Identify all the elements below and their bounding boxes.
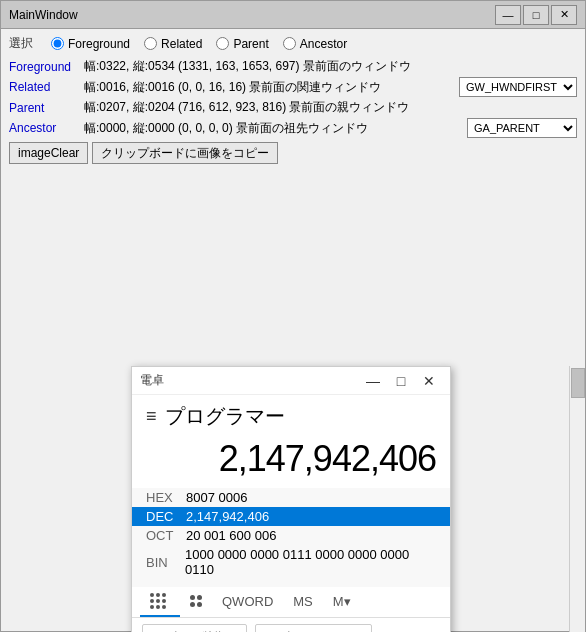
info-row-parent: Parent 幅:0207, 縦:0204 (716, 612, 923, 81… <box>9 99 577 116</box>
info-row-ancestor: Ancestor 幅:0000, 縦:0000 (0, 0, 0, 0) 景前面… <box>9 118 577 138</box>
radio-related-input[interactable] <box>144 37 157 50</box>
radio-foreground-input[interactable] <box>51 37 64 50</box>
info-label-ancestor: Ancestor <box>9 121 84 135</box>
format-hex-value: 8007 0006 <box>186 490 247 505</box>
format-hex-label: HEX <box>146 490 186 505</box>
radio-parent-label: Parent <box>233 37 268 51</box>
bit-unit-button[interactable]: ⊕ ビット単位 ∨ <box>142 624 247 632</box>
hamburger-icon[interactable]: ≡ <box>146 406 157 427</box>
calc-title: 電卓 <box>140 372 360 389</box>
format-oct-label: OCT <box>146 528 186 543</box>
info-label-related: Related <box>9 80 84 94</box>
calc-display: 2,147,942,406 <box>132 434 450 488</box>
radio-ancestor[interactable]: Ancestor <box>283 37 347 51</box>
main-content: 選択 Foreground Related Parent Ancestor Fo… <box>1 29 585 176</box>
bit-shift-button[interactable]: ✳ ビットシフト ∨ <box>255 624 372 632</box>
tab-ms[interactable]: MS <box>283 588 323 617</box>
calc-title-controls: — □ ✕ <box>360 371 442 391</box>
action-buttons: imageClear クリップボードに画像をコピー <box>9 142 577 164</box>
copy-image-button[interactable]: クリップボードに画像をコピー <box>92 142 278 164</box>
calculator-window: 電卓 — □ ✕ ≡ プログラマー 2,147,942,406 HEX <box>131 366 451 632</box>
window-title: MainWindow <box>9 8 495 22</box>
selection-label: 選択 <box>9 35 33 52</box>
minimize-button[interactable]: — <box>495 5 521 25</box>
related-dropdown[interactable]: GW_HWNDFIRST <box>459 77 577 97</box>
calc-minimize-button[interactable]: — <box>360 371 386 391</box>
tab-qword[interactable]: QWORD <box>212 588 283 617</box>
main-window: MainWindow — □ ✕ 選択 Foreground Related P… <box>0 0 586 632</box>
radio-ancestor-label: Ancestor <box>300 37 347 51</box>
title-bar: MainWindow — □ ✕ <box>1 1 585 29</box>
ancestor-dropdown[interactable]: GA_PARENT <box>467 118 577 138</box>
image-clear-button[interactable]: imageClear <box>9 142 88 164</box>
tab-grid[interactable] <box>140 587 180 617</box>
radio-foreground[interactable]: Foreground <box>51 37 130 51</box>
radio-group: 選択 Foreground Related Parent Ancestor <box>9 35 577 52</box>
radio-parent[interactable]: Parent <box>216 37 268 51</box>
tab-grid2[interactable] <box>180 589 212 615</box>
calc-maximize-button[interactable]: □ <box>388 371 414 391</box>
tab-m[interactable]: M▾ <box>323 588 361 617</box>
calc-formats: HEX 8007 0006 DEC 2,147,942,406 OCT 20 0… <box>132 488 450 587</box>
calc-toolbar: ⊕ ビット単位 ∨ ✳ ビットシフト ∨ <box>132 618 450 632</box>
calc-mode-title: プログラマー <box>165 403 285 430</box>
format-oct-value: 20 001 600 006 <box>186 528 276 543</box>
info-value-foreground: 幅:0322, 縦:0534 (1331, 163, 1653, 697) 景前… <box>84 58 577 75</box>
info-row-related: Related 幅:0016, 縦:0016 (0, 0, 16, 16) 景前… <box>9 77 577 97</box>
scrollbar-thumb[interactable] <box>571 368 585 398</box>
format-bin-label: BIN <box>146 555 185 570</box>
calc-close-button[interactable]: ✕ <box>416 371 442 391</box>
calc-tabs: QWORD MS M▾ <box>132 587 450 618</box>
format-bin-value: 1000 0000 0000 0111 0000 0000 0000 0110 <box>185 547 436 577</box>
format-bin[interactable]: BIN 1000 0000 0000 0111 0000 0000 0000 0… <box>146 545 436 579</box>
format-dec-label: DEC <box>146 509 186 524</box>
info-value-ancestor: 幅:0000, 縦:0000 (0, 0, 0, 0) 景前面の祖先ウィンドウ <box>84 120 459 137</box>
radio-related[interactable]: Related <box>144 37 202 51</box>
info-value-parent: 幅:0207, 縦:0204 (716, 612, 923, 816) 景前面の… <box>84 99 577 116</box>
radio-parent-input[interactable] <box>216 37 229 50</box>
scrollbar[interactable] <box>569 366 585 632</box>
info-label-foreground: Foreground <box>9 60 84 74</box>
info-row-foreground: Foreground 幅:0322, 縦:0534 (1331, 163, 16… <box>9 58 577 75</box>
format-dec[interactable]: DEC 2,147,942,406 <box>132 507 450 526</box>
format-dec-value: 2,147,942,406 <box>186 509 269 524</box>
radio-related-label: Related <box>161 37 202 51</box>
radio-ancestor-input[interactable] <box>283 37 296 50</box>
calc-header: ≡ プログラマー <box>132 395 450 434</box>
maximize-button[interactable]: □ <box>523 5 549 25</box>
close-button[interactable]: ✕ <box>551 5 577 25</box>
calc-number: 2,147,942,406 <box>219 438 436 479</box>
info-value-related: 幅:0016, 縦:0016 (0, 0, 16, 16) 景前面の関連ウィンド… <box>84 79 451 96</box>
format-hex[interactable]: HEX 8007 0006 <box>146 488 436 507</box>
calc-title-bar: 電卓 — □ ✕ <box>132 367 450 395</box>
title-bar-controls: — □ ✕ <box>495 5 577 25</box>
info-label-parent: Parent <box>9 101 84 115</box>
radio-foreground-label: Foreground <box>68 37 130 51</box>
format-oct[interactable]: OCT 20 001 600 006 <box>146 526 436 545</box>
